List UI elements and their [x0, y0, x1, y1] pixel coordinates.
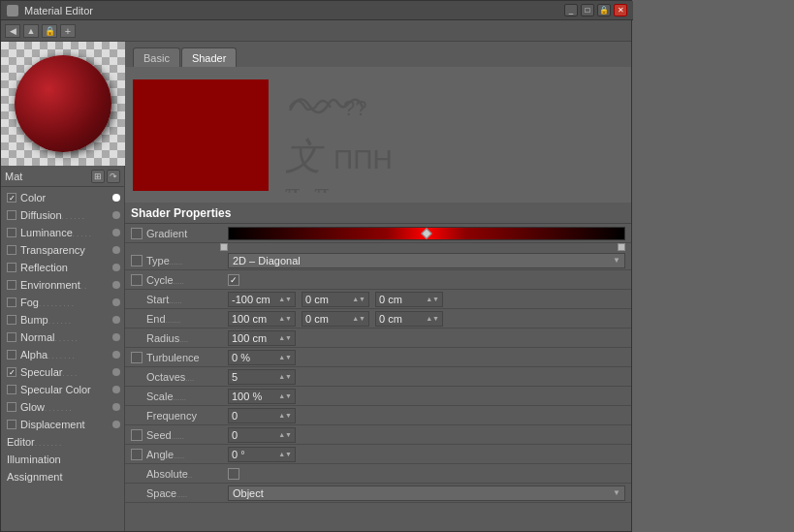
prop-normal[interactable]: Normal......	[1, 329, 124, 346]
radius-input[interactable]: 100 cm ▲▼	[228, 330, 296, 346]
nav-plus-button[interactable]: +	[60, 24, 76, 38]
prop-illumination[interactable]: Illumination	[1, 451, 124, 468]
seed-checkbox[interactable]	[131, 429, 143, 441]
end-x-input[interactable]: 100 cm ▲▼	[228, 311, 296, 327]
angle-input[interactable]: 0 ° ▲▼	[228, 447, 296, 462]
sphere-preview	[15, 55, 111, 152]
prop-transparency[interactable]: Transparency	[1, 241, 124, 259]
space-label: Space.....	[146, 487, 224, 499]
end-z-input[interactable]: 0 cm ▲▼	[375, 311, 443, 327]
prop-displacement-label: Displacement	[20, 419, 112, 430]
mat-icon-2[interactable]: ↷	[107, 170, 120, 183]
absolute-checkbox[interactable]	[228, 468, 239, 480]
lock-button[interactable]: 🔒	[597, 4, 611, 16]
prop-diffusion-checkbox[interactable]	[7, 210, 16, 220]
type-dropdown[interactable]: 2D – Diagonal ▼	[228, 253, 625, 268]
tabs-row: Basic Shader	[125, 42, 631, 67]
tab-shader[interactable]: Shader	[181, 47, 237, 67]
prop-environment[interactable]: Environment..	[1, 276, 124, 294]
app-icon	[7, 5, 18, 16]
turbulence-input[interactable]: 0 % ▲▼	[228, 350, 296, 365]
prop-glow-label: Glow.......	[20, 401, 112, 413]
prop-environment-checkbox[interactable]	[7, 280, 16, 290]
prop-specular[interactable]: ✓ Specular....	[1, 363, 124, 381]
shader-properties-section: Shader Properties Gradient	[125, 203, 631, 531]
start-z-input[interactable]: 0 cm ▲▼	[375, 292, 443, 307]
octaves-input[interactable]: 5 ▲▼	[228, 369, 296, 385]
prop-fog-checkbox[interactable]	[7, 297, 16, 307]
start-y-input[interactable]: 0 cm ▲▼	[302, 292, 369, 307]
end-x-value: 100 cm	[232, 313, 267, 325]
turbulence-checkbox[interactable]	[131, 352, 143, 363]
end-y-input[interactable]: 0 cm ▲▼	[302, 311, 369, 327]
close-button[interactable]: ✕	[614, 4, 627, 16]
prop-transparency-checkbox[interactable]	[7, 245, 16, 255]
nav-lock-button[interactable]: 🔒	[42, 24, 57, 38]
gradient-row: Gradient	[125, 224, 631, 243]
prop-environment-dot	[112, 281, 120, 289]
type-row: Type...... 2D – Diagonal ▼	[125, 251, 631, 270]
prop-alpha-checkbox[interactable]	[7, 350, 16, 360]
radius-label: Radius....	[146, 332, 224, 344]
prop-color[interactable]: ✓ Color	[1, 189, 124, 206]
prop-editor[interactable]: Editor.......	[1, 433, 124, 451]
prop-assignment[interactable]: Assignment	[1, 468, 124, 485]
maximize-button[interactable]: □	[581, 4, 594, 16]
prop-glow-checkbox[interactable]	[7, 402, 16, 412]
prop-reflection-checkbox[interactable]	[7, 263, 16, 272]
prop-glow[interactable]: Glow.......	[1, 398, 124, 416]
start-x-input[interactable]: -100 cm ▲▼	[228, 292, 296, 307]
cycle-checkbox[interactable]	[131, 274, 143, 286]
prop-bump-checkbox[interactable]	[7, 315, 16, 325]
minimize-button[interactable]: _	[564, 4, 578, 16]
cycle-check[interactable]: ✓	[228, 274, 239, 286]
type-checkbox[interactable]	[131, 255, 143, 266]
properties-list: ✓ Color Diffusion...... Luminance.....	[1, 187, 124, 531]
seed-input[interactable]: 0 ▲▼	[228, 427, 296, 443]
prop-bump[interactable]: Bump......	[1, 311, 124, 329]
frequency-input[interactable]: 0 ▲▼	[228, 408, 296, 423]
prop-diffusion[interactable]: Diffusion......	[1, 206, 124, 224]
prop-reflection[interactable]: Reflection	[1, 259, 124, 276]
gradient-handle-right[interactable]	[618, 243, 625, 251]
gradient-checkbox[interactable]	[131, 228, 143, 239]
prop-alpha[interactable]: Alpha.......	[1, 346, 124, 363]
scale-label: Scale......	[146, 391, 224, 402]
prop-displacement[interactable]: Displacement	[1, 416, 124, 433]
window-title: Material Editor	[24, 5, 93, 16]
prop-bump-dot	[112, 316, 120, 324]
octaves-label: Octaves....	[146, 371, 224, 383]
gradient-handle-left[interactable]	[220, 243, 228, 251]
prop-assignment-label: Assignment	[7, 471, 120, 483]
prop-color-checkbox[interactable]: ✓	[7, 193, 16, 203]
prop-bump-label: Bump......	[20, 314, 112, 326]
mat-label: Mat	[5, 171, 22, 182]
prop-specular-checkbox[interactable]: ✓	[7, 367, 16, 377]
end-z-value: 0 cm	[379, 313, 402, 325]
prop-displacement-checkbox[interactable]	[7, 420, 16, 429]
space-dropdown[interactable]: Object ▼	[228, 485, 625, 501]
gradient-bar[interactable]	[228, 227, 625, 240]
gradient-label: Gradient	[146, 228, 224, 239]
prop-luminance-checkbox[interactable]	[7, 228, 16, 237]
prop-fog[interactable]: Fog.........	[1, 294, 124, 311]
angle-checkbox[interactable]	[131, 449, 143, 460]
prop-specular-color[interactable]: Specular Color	[1, 381, 124, 398]
cycle-row: Cycle..... ✓	[125, 270, 631, 290]
nav-back-button[interactable]: ◀	[5, 24, 20, 38]
scale-input[interactable]: 100 % ▲▼	[228, 389, 296, 404]
prop-specular-color-checkbox[interactable]	[7, 385, 16, 394]
prop-alpha-label: Alpha.......	[20, 349, 112, 360]
type-label: Type......	[146, 255, 224, 266]
prop-specular-dot	[112, 368, 120, 376]
nav-up-button[interactable]: ▲	[23, 24, 39, 38]
mat-icon-1[interactable]: ⊞	[91, 170, 105, 183]
prop-luminance[interactable]: Luminance.....	[1, 224, 124, 241]
prop-normal-label: Normal......	[20, 331, 112, 343]
gradient-bar-fill	[229, 228, 624, 239]
content-area: Mat ⊞ ↷ ✓ Color Diffusion......	[1, 42, 631, 531]
prop-normal-checkbox[interactable]	[7, 332, 16, 342]
frequency-label: Frequency	[146, 410, 224, 422]
tab-basic[interactable]: Basic	[133, 47, 180, 67]
angle-row: Angle..... 0 ° ▲▼	[125, 445, 631, 464]
